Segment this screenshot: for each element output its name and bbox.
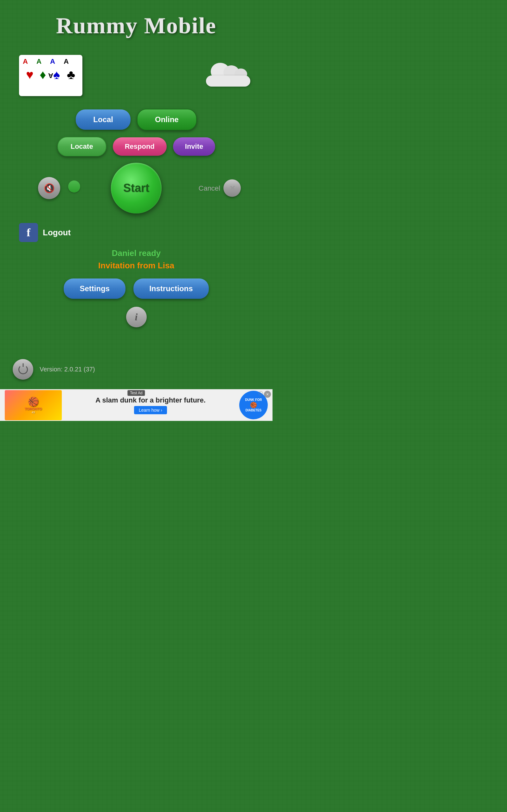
info-button[interactable]: i	[126, 307, 147, 327]
mute-icon: 🔇	[44, 183, 55, 194]
ad-badge-line2: DIABETES	[245, 409, 262, 412]
settings-button[interactable]: Settings	[64, 278, 125, 299]
ad-text-area: A slam dunk for a brighter future. Learn…	[62, 396, 239, 414]
start-section: 🔇 Start Cancel ✕	[0, 163, 273, 213]
locate-button[interactable]: Locate	[57, 137, 107, 156]
primary-mode-row: Local Online	[76, 109, 196, 131]
info-section: i	[0, 307, 273, 327]
facebook-icon: f	[19, 223, 38, 242]
status-section: Daniel ready Invitation from Lisa	[0, 248, 273, 270]
bottom-buttons-section: Settings Instructions	[0, 278, 273, 299]
version-section: Version: 2.0.21 (37)	[0, 353, 273, 386]
card-label-4: A	[64, 57, 69, 66]
cancel-button[interactable]: ✕	[223, 180, 241, 197]
app-title: Rummy Mobile	[0, 13, 273, 39]
mute-button[interactable]: 🔇	[38, 177, 60, 199]
social-section: f Logout	[0, 220, 273, 245]
card-suit-3: ♠	[53, 67, 60, 82]
invite-button[interactable]: Invite	[173, 137, 215, 156]
version-text: Version: 2.0.21 (37)	[40, 366, 95, 373]
ad-banner: Test Ad 🏀 TORONTO 43 A slam dunk for a b…	[0, 389, 273, 421]
ad-info-icon[interactable]: ⓘ	[259, 391, 263, 397]
ad-test-label: Test Ad	[127, 390, 145, 396]
ad-badge: DUNK FOR 🏀 DIABETES	[239, 391, 268, 419]
power-button[interactable]	[13, 359, 33, 380]
card-suit-2: ♦	[40, 67, 46, 82]
ad-close-button[interactable]: ×	[264, 391, 271, 398]
logout-button[interactable]: Logout	[43, 228, 71, 238]
cancel-label: Cancel	[199, 184, 220, 192]
invitation-status: Invitation from Lisa	[0, 261, 273, 270]
cards-image: A A A A ♥ ♦ ♠ ♣ A	[19, 55, 82, 96]
card-bottom-a: A	[48, 71, 53, 80]
cancel-icon: ✕	[229, 184, 235, 192]
card-suit-1: ♥	[26, 67, 34, 82]
secondary-mode-row: Locate Respond Invite	[57, 137, 216, 156]
start-button[interactable]: Start	[111, 163, 162, 213]
card-suit-4: ♣	[67, 67, 75, 82]
cloud-decoration	[203, 64, 253, 87]
power-icon	[18, 365, 28, 374]
ad-main-text: A slam dunk for a brighter future.	[95, 396, 206, 404]
start-label: Start	[123, 182, 149, 195]
respond-button[interactable]: Respond	[113, 137, 167, 156]
ad-image: 🏀 TORONTO 43	[5, 390, 62, 420]
card-label-3: A	[50, 57, 55, 66]
ad-cta-button[interactable]: Learn how ›	[134, 406, 167, 414]
instructions-button[interactable]: Instructions	[133, 278, 209, 299]
mode-buttons-section: Local Online Locate Respond Invite	[0, 109, 273, 156]
info-icon: i	[135, 311, 138, 323]
small-dot-decoration	[68, 181, 80, 193]
cancel-area: Cancel ✕	[199, 180, 241, 197]
card-label-1: A	[23, 57, 28, 66]
ad-badge-line1: DUNK FOR	[245, 398, 262, 402]
cards-section: A A A A ♥ ♦ ♠ ♣ A	[0, 49, 273, 102]
local-button[interactable]: Local	[76, 109, 130, 130]
online-button[interactable]: Online	[137, 109, 197, 131]
title-section: Rummy Mobile	[0, 0, 273, 45]
card-label-2: A	[37, 57, 42, 66]
player-ready-status: Daniel ready	[0, 248, 273, 258]
